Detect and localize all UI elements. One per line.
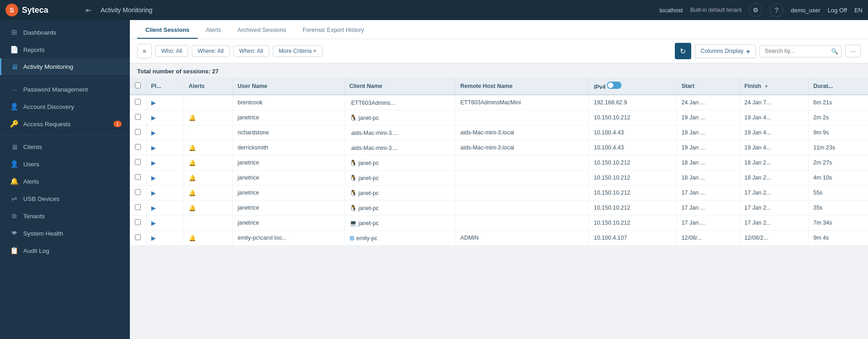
- tab-forensic-export[interactable]: Forensic Export History: [294, 22, 372, 39]
- row-finish-6: 17 Jan 2...: [740, 185, 808, 200]
- col-header-finish[interactable]: Finish ▼: [740, 77, 808, 95]
- sidebar-label-clients: Clients: [23, 144, 42, 150]
- row-duration-6: 55s: [808, 185, 868, 200]
- play-button-8[interactable]: ▶: [151, 220, 156, 226]
- col-header-alerts[interactable]: Alerts: [184, 77, 233, 95]
- sidebar-item-account-discovery[interactable]: 👤 Account Discovery: [0, 98, 130, 115]
- alert-bell-yellow-icon: 🔔: [189, 114, 196, 121]
- row-checkbox-cell: [130, 140, 146, 155]
- row-checkbox-6[interactable]: [135, 189, 141, 195]
- row-checkbox-9[interactable]: [135, 234, 141, 240]
- play-button-9[interactable]: ▶: [151, 235, 156, 241]
- play-button-1[interactable]: ▶: [151, 114, 156, 121]
- row-duration-9: 9m 4s: [808, 231, 868, 246]
- table-row: ▶ 🔔 janetrice 🐧janet-pc 10.150.10.212 18…: [130, 155, 868, 170]
- alert-bell-red-icon: 🔔: [189, 159, 196, 166]
- search-input[interactable]: [765, 48, 828, 54]
- play-button-4[interactable]: ▶: [151, 159, 156, 166]
- row-alert-cell-4: 🔔: [184, 155, 233, 170]
- select-all-checkbox[interactable]: [135, 82, 141, 88]
- more-options-button[interactable]: ···: [845, 45, 861, 57]
- sidebar-item-usb-devices[interactable]: ⇌ USB Devices: [0, 190, 130, 207]
- col-header-duration[interactable]: Durat...: [808, 77, 868, 95]
- sidebar-item-system-health[interactable]: ❤ System Health: [0, 225, 130, 242]
- sidebar-item-dashboards[interactable]: ⊞ Dashboards: [0, 24, 130, 41]
- row-checkbox-7[interactable]: [135, 204, 141, 210]
- page-title: Activity Monitoring: [101, 6, 654, 14]
- sidebar-item-alerts[interactable]: 🔔 Alerts: [0, 173, 130, 190]
- sidebar-item-audit-log[interactable]: 📋 Audit Log: [0, 242, 130, 259]
- row-checkbox-0[interactable]: [135, 99, 141, 105]
- row-duration-4: 2m 27s: [808, 155, 868, 170]
- row-finish-4: 18 Jan 2...: [740, 155, 808, 170]
- tab-alerts[interactable]: Alerts: [198, 22, 229, 39]
- play-button-6[interactable]: ▶: [151, 190, 156, 196]
- who-filter-button[interactable]: Who: All: [155, 45, 188, 57]
- list-view-button[interactable]: ≡: [137, 44, 152, 58]
- row-clientname-3: aids-Mac-mini-3....: [344, 140, 456, 155]
- user-name[interactable]: demo_user: [791, 7, 820, 14]
- where-filter-button[interactable]: Where: All: [192, 45, 230, 57]
- row-username-6: janetrice: [233, 185, 344, 200]
- more-criteria-button[interactable]: More Criteria +: [273, 45, 323, 57]
- row-play-cell-9: ▶: [146, 231, 184, 246]
- play-button-0[interactable]: ▶: [151, 99, 156, 106]
- os-linux-icon: 🐧: [349, 114, 357, 121]
- when-filter-button[interactable]: When: All: [233, 45, 269, 57]
- row-remotehost-9: ADMIN: [456, 231, 589, 246]
- col-header-start[interactable]: Start: [677, 77, 740, 95]
- sidebar-icon-access-requests: 🔑: [10, 120, 19, 128]
- row-duration-2: 9m 9s: [808, 125, 868, 140]
- tab-client-sessions[interactable]: Client Sessions: [137, 22, 198, 39]
- sidebar-label-account-discovery: Account Discovery: [23, 103, 74, 110]
- ipv4-toggle[interactable]: [607, 82, 621, 89]
- row-alert-cell-2: [184, 125, 233, 140]
- col-header-username[interactable]: User Name: [233, 77, 344, 95]
- play-button-5[interactable]: ▶: [151, 175, 156, 181]
- sidebar-item-tenants[interactable]: ⊛ Tenants: [0, 207, 130, 225]
- refresh-button[interactable]: ↻: [675, 43, 691, 59]
- row-username-8: janetrice: [233, 216, 344, 231]
- columns-display-button[interactable]: Columns Display +: [695, 44, 756, 58]
- play-button-7[interactable]: ▶: [151, 205, 156, 211]
- col-header-play[interactable]: Pl...: [146, 77, 184, 95]
- row-username-2: richardstone: [233, 125, 344, 140]
- sidebar-item-password-management[interactable]: ··· Password Management: [0, 81, 130, 98]
- row-play-cell-8: ▶: [146, 216, 184, 231]
- row-checkbox-3[interactable]: [135, 144, 141, 150]
- play-button-3[interactable]: ▶: [151, 144, 156, 151]
- logout-button[interactable]: Log Off: [828, 7, 847, 14]
- row-finish-5: 18 Jan 2...: [740, 170, 808, 185]
- alert-bell-yellow-icon: 🔔: [189, 205, 196, 211]
- help-button[interactable]: ?: [770, 3, 783, 17]
- row-checkbox-1[interactable]: [135, 114, 141, 120]
- row-checkbox-4[interactable]: [135, 159, 141, 165]
- sidebar-item-reports[interactable]: 📄 Reports: [0, 41, 130, 58]
- row-checkbox-2[interactable]: [135, 129, 141, 135]
- row-finish-3: 19 Jan 4...: [740, 140, 808, 155]
- table-row: ▶ 🔔 emily-pc\carol loo... ⊞emily-pc ADMI…: [130, 231, 868, 246]
- tab-archived-sessions[interactable]: Archived Sessions: [229, 22, 294, 39]
- alert-bell-yellow-icon: 🔔: [189, 144, 196, 151]
- sidebar-item-access-requests[interactable]: 🔑 Access Requests 1: [0, 115, 130, 133]
- play-button-2[interactable]: ▶: [151, 129, 156, 136]
- col-header-checkbox[interactable]: [130, 77, 146, 95]
- col-header-ipv4[interactable]: IPv4: [589, 77, 677, 95]
- sidebar-item-clients[interactable]: 🖥 Clients: [0, 139, 130, 155]
- row-username-0: brentcook: [233, 95, 344, 110]
- language-selector[interactable]: EN: [854, 7, 863, 14]
- row-checkbox-5[interactable]: [135, 174, 141, 180]
- sidebar-item-activity-monitoring[interactable]: 🖥 Activity Monitoring: [0, 58, 130, 75]
- sidebar-collapse-button[interactable]: ⇤: [86, 6, 92, 15]
- search-icon[interactable]: 🔍: [831, 48, 838, 55]
- col-header-clientname[interactable]: Client Name: [344, 77, 456, 95]
- col-header-remotehost[interactable]: Remote Host Name: [456, 77, 589, 95]
- sidebar-item-users[interactable]: 👤 Users: [0, 155, 130, 173]
- row-username-3: derricksmith: [233, 140, 344, 155]
- row-checkbox-8[interactable]: [135, 219, 141, 225]
- os-linux-icon: 🐧: [349, 190, 357, 196]
- settings-button[interactable]: ⚙: [749, 3, 762, 17]
- row-alert-cell-8: [184, 216, 233, 231]
- sidebar-icon-alerts: 🔔: [10, 177, 19, 185]
- row-alert-cell-9: 🔔: [184, 231, 233, 246]
